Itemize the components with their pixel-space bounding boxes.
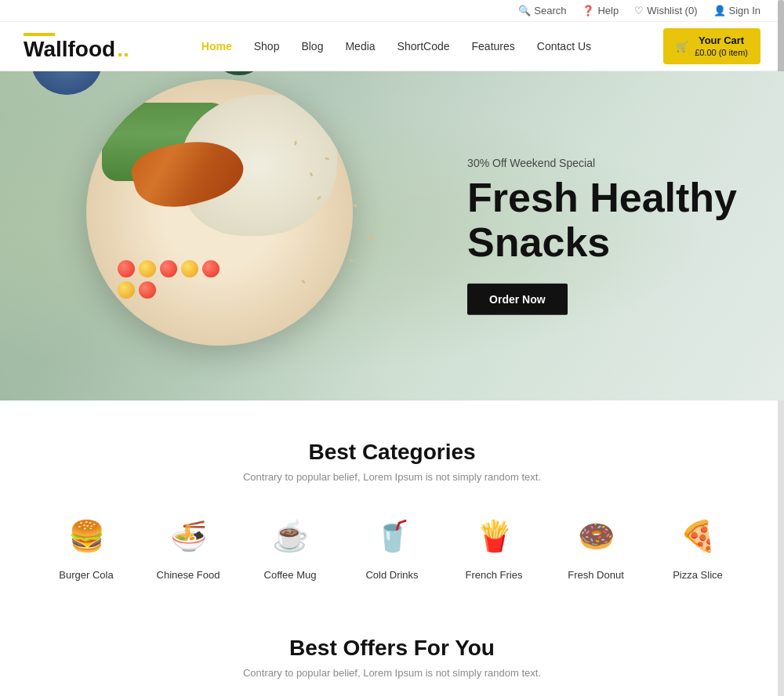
hero-cta-button[interactable]: Order Now — [467, 284, 568, 315]
category-cold-drinks[interactable]: 🥤 Cold Drinks — [357, 510, 427, 581]
cold-drinks-icon: 🥤 — [367, 510, 418, 561]
search-icon: 🔍 — [518, 5, 531, 16]
pizza-slice-icon: 🍕 — [673, 510, 724, 561]
help-item[interactable]: ❓ Help — [582, 5, 619, 16]
signin-item[interactable]: 👤 Sign In — [713, 5, 760, 16]
nut-2 — [368, 234, 374, 241]
seed-5 — [301, 279, 306, 284]
nut-1 — [353, 204, 358, 208]
search-label: Search — [534, 5, 566, 16]
burger-cola-label: Burger Cola — [59, 569, 113, 581]
offers-subtitle: Contrary to popular belief, Lorem Ipsum … — [24, 667, 760, 679]
coffee-mug-label: Coffee Mug — [264, 569, 317, 581]
bowl-left — [31, 71, 102, 95]
heart-icon: ♡ — [634, 5, 644, 16]
category-chinese-food[interactable]: 🍜 Chinese Food — [153, 510, 223, 581]
tomato-4 — [181, 260, 198, 277]
food-plate — [86, 79, 353, 346]
chinese-food-label: Chinese Food — [157, 569, 220, 581]
cold-drinks-label: Cold Drinks — [365, 569, 418, 581]
tomato-6 — [118, 281, 135, 299]
category-burger-cola[interactable]: 🍔 Burger Cola — [51, 510, 122, 581]
wishlist-label: Wishlist (0) — [647, 5, 697, 16]
categories-grid: 🍔 Burger Cola 🍜 Chinese Food ☕ Coffee Mu… — [24, 510, 760, 581]
nut-3 — [349, 259, 354, 263]
hero-title: Fresh Healthy Snacks — [467, 176, 737, 265]
hero-promo: 30% Off Weekend Special — [467, 157, 737, 169]
categories-subtitle: Contrary to popular belief, Lorem Ipsum … — [24, 471, 760, 483]
categories-title: Best Categories — [24, 440, 760, 465]
logo-bar — [24, 33, 55, 36]
cart-button[interactable]: 🛒 Your Cart £0.00 (0 item) — [663, 28, 760, 64]
help-label: Help — [597, 5, 619, 16]
category-french-fries[interactable]: 🍟 French Fries — [459, 510, 529, 581]
chinese-food-icon: 🍜 — [163, 510, 214, 561]
category-fresh-donut[interactable]: 🍩 Fresh Donut — [561, 510, 631, 581]
fresh-donut-icon: 🍩 — [571, 510, 622, 561]
categories-section: Best Categories Contrary to popular beli… — [0, 401, 784, 620]
hero-content: 30% Off Weekend Special Fresh Healthy Sn… — [467, 157, 737, 315]
offers-title: Best Offers For You — [24, 636, 760, 661]
bowl-top — [212, 71, 267, 75]
pizza-slice-label: Pizza Slice — [673, 569, 723, 581]
french-fries-label: French Fries — [466, 569, 523, 581]
wishlist-item[interactable]: ♡ Wishlist (0) — [634, 5, 697, 16]
tomatoes — [118, 260, 235, 299]
cart-label: Your Cart £0.00 (0 item) — [695, 34, 748, 58]
logo-text-group: Wallfood .. — [24, 38, 129, 60]
category-coffee-mug[interactable]: ☕ Coffee Mug — [255, 510, 325, 581]
user-icon: 👤 — [713, 5, 726, 16]
burger-cola-icon: 🍔 — [61, 510, 112, 561]
hero-title-line1: Fresh Healthy — [467, 175, 737, 220]
french-fries-icon: 🍟 — [469, 510, 520, 561]
tomato-1 — [118, 260, 135, 277]
hero-plate — [39, 71, 431, 401]
fresh-donut-label: Fresh Donut — [568, 569, 624, 581]
header: Wallfood .. Home Shop Blog Media ShortCo… — [0, 22, 784, 71]
tomato-5 — [202, 260, 220, 277]
tomato-3 — [160, 260, 177, 277]
offers-section: Best Offers For You Contrary to popular … — [0, 620, 784, 696]
hero-title-line2: Snacks — [467, 219, 610, 265]
nav-contact[interactable]: Contact Us — [537, 40, 591, 53]
coffee-mug-icon: ☕ — [265, 510, 316, 561]
nav-features[interactable]: Features — [472, 40, 515, 53]
logo-wordmark: Wallfood — [24, 38, 115, 60]
nav-home[interactable]: Home — [201, 40, 232, 53]
top-bar: 🔍 Search ❓ Help ♡ Wishlist (0) 👤 Sign In — [0, 0, 784, 22]
cart-icon: 🛒 — [676, 41, 688, 53]
logo[interactable]: Wallfood .. — [24, 33, 129, 60]
main-nav: Home Shop Blog Media ShortCode Features … — [201, 40, 591, 53]
nav-media[interactable]: Media — [345, 40, 375, 53]
signin-label: Sign In — [729, 5, 760, 16]
category-pizza-slice[interactable]: 🍕 Pizza Slice — [662, 510, 733, 581]
search-item[interactable]: 🔍 Search — [518, 5, 566, 16]
nav-shortcode[interactable]: ShortCode — [397, 40, 450, 53]
logo-dots: .. — [117, 38, 129, 60]
nav-shop[interactable]: Shop — [254, 40, 280, 53]
tomato-2 — [139, 260, 156, 277]
tomato-7 — [139, 281, 156, 299]
help-icon: ❓ — [582, 5, 594, 16]
hero-section: 30% Off Weekend Special Fresh Healthy Sn… — [0, 71, 784, 401]
nav-blog[interactable]: Blog — [301, 40, 323, 53]
